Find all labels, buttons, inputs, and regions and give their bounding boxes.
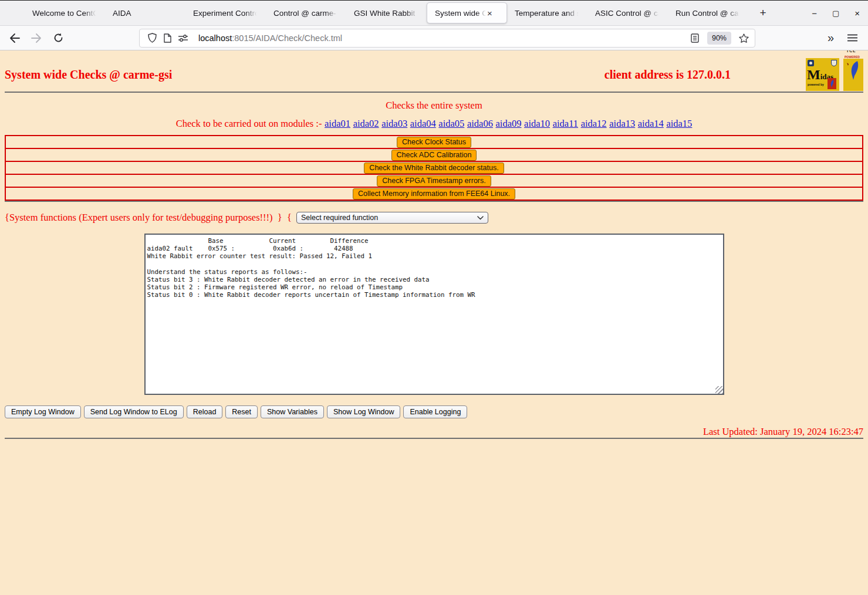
hamburger-menu-icon[interactable] xyxy=(846,32,859,45)
module-link-aida02[interactable]: aida02 xyxy=(353,118,379,129)
module-link-aida14[interactable]: aida14 xyxy=(638,118,664,129)
close-window-icon[interactable]: × xyxy=(855,9,860,18)
module-link-aida10[interactable]: aida10 xyxy=(524,118,550,129)
check-clock-status-button[interactable]: Check Clock Status xyxy=(397,137,471,148)
reader-mode-icon[interactable] xyxy=(688,32,701,45)
enable-logging-button[interactable]: Enable Logging xyxy=(403,405,467,418)
module-link-aida09[interactable]: aida09 xyxy=(496,118,522,129)
table-row: Check the White Rabbit decoder status. xyxy=(5,161,863,174)
url-bar-actions: 90% xyxy=(688,32,750,45)
site-permissions-icon[interactable] xyxy=(178,35,188,42)
function-select[interactable]: Select required function xyxy=(296,212,488,224)
chevron-down-icon xyxy=(477,216,484,220)
table-row: Check ADC Calibration xyxy=(5,148,863,161)
minimize-icon[interactable]: − xyxy=(812,9,817,18)
divider xyxy=(5,92,863,93)
modules-label: Check to be carried out on modules :- xyxy=(176,118,322,129)
url-host: localhost xyxy=(198,33,232,43)
module-link-aida03[interactable]: aida03 xyxy=(381,118,407,129)
tab-label: Control @ carme- xyxy=(266,9,339,18)
reset-button[interactable]: Reset xyxy=(225,405,258,418)
log-window[interactable]: Base Current Difference aida02 fault 0x5… xyxy=(144,234,724,395)
tab-label: Temperature and s xyxy=(507,9,580,18)
check-buttons-table: Check Clock Status Check ADC Calibration… xyxy=(5,135,863,201)
tab-bar: Welcome to CentO AIDA Experiment Contro … xyxy=(0,0,868,26)
module-link-aida15[interactable]: aida15 xyxy=(666,118,692,129)
overflow-menu-icon[interactable]: » xyxy=(828,31,833,45)
tab-label: Run Control @ car xyxy=(668,9,741,18)
tab-close-icon[interactable]: × xyxy=(487,9,496,18)
tab-asic-control[interactable]: ASIC Control @ ca xyxy=(587,2,668,23)
bookmark-star-icon[interactable] xyxy=(737,32,750,45)
tab-label: Welcome to CentO xyxy=(25,9,97,18)
tab-aida[interactable]: AIDA xyxy=(105,2,185,23)
section-heading: Checks the entire system xyxy=(5,100,863,111)
check-fpga-timestamp-button[interactable]: Check FPGA Timestamp errors. xyxy=(377,175,491,187)
forward-icon[interactable] xyxy=(30,32,43,45)
midas-crest-icon xyxy=(808,60,814,66)
module-link-aida01[interactable]: aida01 xyxy=(325,118,350,129)
new-tab-icon[interactable]: + xyxy=(755,5,771,21)
tab-label: System wide Ch xyxy=(427,9,487,18)
url-text[interactable]: localhost:8015/AIDA/Check/Check.tml xyxy=(198,33,342,43)
module-link-aida06[interactable]: aida06 xyxy=(467,118,493,129)
show-variables-button[interactable]: Show Variables xyxy=(261,405,324,418)
shield-icon[interactable] xyxy=(148,33,157,43)
last-updated-text: Last Updated: January 19, 2024 16:23:47 xyxy=(5,426,863,438)
reload-button[interactable]: Reload xyxy=(187,405,223,418)
tab-temperature[interactable]: Temperature and s xyxy=(507,2,587,23)
tab-welcome-centos[interactable]: Welcome to CentO xyxy=(25,2,105,23)
tcl-powered-logo: TCL POWERED xyxy=(843,59,863,91)
midas-shield-icon xyxy=(831,60,837,66)
resize-grip-icon[interactable] xyxy=(715,386,723,394)
module-link-aida12[interactable]: aida12 xyxy=(581,118,607,129)
empty-log-window-button[interactable]: Empty Log Window xyxy=(5,405,81,418)
system-functions-row: {System functions (Expert users only for… xyxy=(5,212,863,224)
check-adc-calibration-button[interactable]: Check ADC Calibration xyxy=(391,150,477,161)
system-functions-label: {System functions (Expert users only for… xyxy=(5,212,292,224)
check-white-rabbit-decoder-button[interactable]: Check the White Rabbit decoder status. xyxy=(364,163,504,174)
window-controls: − ▢ × xyxy=(812,9,860,18)
table-row: Collect Memory information from FEE64 Li… xyxy=(5,187,863,200)
tab-label: Experiment Contro xyxy=(185,9,258,18)
client-address-text: client address is 127.0.0.1 xyxy=(604,68,731,82)
show-log-window-button[interactable]: Show Log Window xyxy=(327,405,401,418)
module-link-aida13[interactable]: aida13 xyxy=(609,118,635,129)
reload-icon[interactable] xyxy=(52,32,65,45)
page-header: System wide Checks @ carme-gsi client ad… xyxy=(5,58,863,92)
tab-run-control[interactable]: Run Control @ car xyxy=(668,2,748,23)
browser-window: Welcome to CentO AIDA Experiment Contro … xyxy=(0,0,868,595)
tab-label: AIDA xyxy=(105,9,178,18)
page-content: System wide Checks @ carme-gsi client ad… xyxy=(0,50,868,595)
tab-system-wide-checks[interactable]: System wide Ch × xyxy=(427,2,507,23)
toolbar-overflow-area: » xyxy=(828,31,859,45)
table-row: Check Clock Status xyxy=(5,136,863,148)
module-link-aida11[interactable]: aida11 xyxy=(553,118,578,129)
tab-gsi-white-rabbit[interactable]: GSI White Rabbit T xyxy=(346,2,427,23)
url-bar[interactable]: localhost:8015/AIDA/Check/Check.tml 90% xyxy=(139,29,755,48)
table-row: Check FPGA Timestamp errors. xyxy=(5,174,863,187)
url-path: :8015/AIDA/Check/Check.tml xyxy=(232,33,342,43)
logo-group: Midas powered by TCL POWERED xyxy=(806,58,863,91)
page-icon[interactable] xyxy=(164,33,171,43)
send-log-to-elog-button[interactable]: Send Log Window to ELog xyxy=(84,405,184,418)
module-link-aida04[interactable]: aida04 xyxy=(410,118,436,129)
divider xyxy=(5,438,863,439)
module-link-aida05[interactable]: aida05 xyxy=(438,118,464,129)
page-title: System wide Checks @ carme-gsi xyxy=(5,68,172,82)
tab-label: ASIC Control @ ca xyxy=(587,9,660,18)
midas-powered-by-text: powered by xyxy=(808,83,824,86)
tab-experiment-control[interactable]: Experiment Contro xyxy=(185,2,266,23)
collect-memory-info-button[interactable]: Collect Memory information from FEE64 Li… xyxy=(353,188,515,200)
action-buttons-row: Empty Log Window Send Log Window to ELog… xyxy=(5,405,863,418)
function-select-value: Select required function xyxy=(301,214,477,222)
midas-logo: Midas powered by xyxy=(806,58,839,91)
midas-tcl-feather-icon xyxy=(828,78,836,89)
tab-label: GSI White Rabbit T xyxy=(346,9,419,18)
back-icon[interactable] xyxy=(8,32,21,45)
tab-control-carme[interactable]: Control @ carme- xyxy=(266,2,346,23)
maximize-icon[interactable]: ▢ xyxy=(832,9,839,17)
modules-line: Check to be carried out on modules :- ai… xyxy=(5,118,863,130)
log-window-wrapper: Base Current Difference aida02 fault 0x5… xyxy=(144,234,724,395)
zoom-level-badge[interactable]: 90% xyxy=(707,32,731,45)
